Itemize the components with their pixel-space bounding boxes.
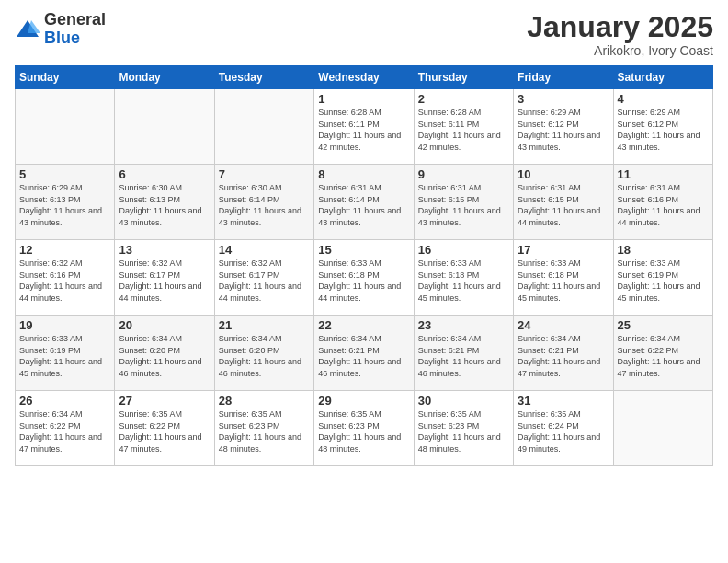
day-info: Sunrise: 6:35 AM Sunset: 6:23 PM Dayligh… bbox=[418, 408, 509, 454]
calendar-cell bbox=[214, 89, 313, 165]
day-info: Sunrise: 6:29 AM Sunset: 6:12 PM Dayligh… bbox=[618, 107, 709, 153]
day-info: Sunrise: 6:32 AM Sunset: 6:17 PM Dayligh… bbox=[219, 258, 310, 304]
day-info: Sunrise: 6:33 AM Sunset: 6:18 PM Dayligh… bbox=[418, 258, 509, 304]
calendar-cell: 22Sunrise: 6:34 AM Sunset: 6:21 PM Dayli… bbox=[314, 316, 414, 391]
calendar-cell bbox=[115, 89, 214, 165]
day-info: Sunrise: 6:34 AM Sunset: 6:22 PM Dayligh… bbox=[19, 408, 110, 454]
day-number: 28 bbox=[219, 394, 310, 408]
calendar-cell: 5Sunrise: 6:29 AM Sunset: 6:13 PM Daylig… bbox=[16, 165, 115, 240]
calendar-week-row: 5Sunrise: 6:29 AM Sunset: 6:13 PM Daylig… bbox=[16, 165, 713, 240]
day-number: 30 bbox=[418, 394, 509, 408]
calendar-cell: 19Sunrise: 6:33 AM Sunset: 6:19 PM Dayli… bbox=[16, 316, 115, 391]
day-info: Sunrise: 6:33 AM Sunset: 6:18 PM Dayligh… bbox=[518, 258, 609, 304]
day-info: Sunrise: 6:34 AM Sunset: 6:20 PM Dayligh… bbox=[119, 333, 210, 379]
day-info: Sunrise: 6:33 AM Sunset: 6:19 PM Dayligh… bbox=[19, 333, 110, 379]
day-info: Sunrise: 6:30 AM Sunset: 6:14 PM Dayligh… bbox=[219, 182, 310, 228]
calendar-cell: 6Sunrise: 6:30 AM Sunset: 6:13 PM Daylig… bbox=[115, 165, 214, 240]
calendar-cell: 2Sunrise: 6:28 AM Sunset: 6:11 PM Daylig… bbox=[414, 89, 513, 165]
calendar-cell: 25Sunrise: 6:34 AM Sunset: 6:22 PM Dayli… bbox=[613, 316, 712, 391]
day-number: 26 bbox=[19, 394, 110, 408]
calendar-cell bbox=[613, 391, 712, 466]
day-number: 8 bbox=[318, 167, 409, 181]
calendar-cell: 10Sunrise: 6:31 AM Sunset: 6:15 PM Dayli… bbox=[514, 165, 613, 240]
calendar-cell: 21Sunrise: 6:34 AM Sunset: 6:20 PM Dayli… bbox=[214, 316, 313, 391]
title-block: January 2025 Arikokro, Ivory Coast bbox=[527, 11, 713, 58]
calendar-cell: 1Sunrise: 6:28 AM Sunset: 6:11 PM Daylig… bbox=[314, 89, 414, 165]
day-number: 29 bbox=[318, 394, 409, 408]
day-info: Sunrise: 6:29 AM Sunset: 6:13 PM Dayligh… bbox=[19, 182, 110, 228]
calendar-cell: 8Sunrise: 6:31 AM Sunset: 6:14 PM Daylig… bbox=[314, 165, 414, 240]
day-number: 11 bbox=[618, 167, 709, 181]
logo-general-text: General bbox=[44, 10, 106, 29]
calendar-cell: 31Sunrise: 6:35 AM Sunset: 6:24 PM Dayli… bbox=[514, 391, 613, 466]
day-info: Sunrise: 6:32 AM Sunset: 6:16 PM Dayligh… bbox=[19, 258, 110, 304]
day-info: Sunrise: 6:35 AM Sunset: 6:23 PM Dayligh… bbox=[318, 408, 409, 454]
logo-icon bbox=[15, 17, 40, 42]
day-info: Sunrise: 6:29 AM Sunset: 6:12 PM Dayligh… bbox=[518, 107, 609, 153]
calendar-header-wednesday: Wednesday bbox=[314, 66, 414, 89]
day-info: Sunrise: 6:34 AM Sunset: 6:21 PM Dayligh… bbox=[318, 333, 409, 379]
calendar-week-row: 12Sunrise: 6:32 AM Sunset: 6:16 PM Dayli… bbox=[16, 240, 713, 316]
day-number: 10 bbox=[518, 167, 609, 181]
calendar-table: SundayMondayTuesdayWednesdayThursdayFrid… bbox=[15, 65, 713, 466]
location-subtitle: Arikokro, Ivory Coast bbox=[527, 43, 713, 58]
day-info: Sunrise: 6:31 AM Sunset: 6:16 PM Dayligh… bbox=[618, 182, 709, 228]
day-number: 27 bbox=[119, 394, 210, 408]
day-info: Sunrise: 6:28 AM Sunset: 6:11 PM Dayligh… bbox=[418, 107, 509, 153]
day-info: Sunrise: 6:35 AM Sunset: 6:23 PM Dayligh… bbox=[219, 408, 310, 454]
logo-blue-text: Blue bbox=[44, 29, 80, 47]
day-info: Sunrise: 6:33 AM Sunset: 6:19 PM Dayligh… bbox=[618, 258, 709, 304]
calendar-cell: 13Sunrise: 6:32 AM Sunset: 6:17 PM Dayli… bbox=[115, 240, 214, 316]
calendar-cell: 29Sunrise: 6:35 AM Sunset: 6:23 PM Dayli… bbox=[314, 391, 414, 466]
calendar-cell: 11Sunrise: 6:31 AM Sunset: 6:16 PM Dayli… bbox=[613, 165, 712, 240]
day-number: 17 bbox=[518, 243, 609, 257]
calendar-header-sunday: Sunday bbox=[16, 66, 115, 89]
day-info: Sunrise: 6:34 AM Sunset: 6:21 PM Dayligh… bbox=[518, 333, 609, 379]
calendar-cell: 9Sunrise: 6:31 AM Sunset: 6:15 PM Daylig… bbox=[414, 165, 513, 240]
month-title: January 2025 bbox=[527, 11, 713, 43]
calendar-cell: 23Sunrise: 6:34 AM Sunset: 6:21 PM Dayli… bbox=[414, 316, 513, 391]
calendar-cell bbox=[16, 89, 115, 165]
calendar-cell: 27Sunrise: 6:35 AM Sunset: 6:22 PM Dayli… bbox=[115, 391, 214, 466]
day-number: 15 bbox=[318, 243, 409, 257]
day-number: 1 bbox=[318, 92, 409, 106]
day-info: Sunrise: 6:32 AM Sunset: 6:17 PM Dayligh… bbox=[119, 258, 210, 304]
calendar-cell: 15Sunrise: 6:33 AM Sunset: 6:18 PM Dayli… bbox=[314, 240, 414, 316]
day-number: 22 bbox=[318, 318, 409, 332]
day-number: 25 bbox=[618, 318, 709, 332]
day-info: Sunrise: 6:30 AM Sunset: 6:13 PM Dayligh… bbox=[119, 182, 210, 228]
calendar-cell: 3Sunrise: 6:29 AM Sunset: 6:12 PM Daylig… bbox=[514, 89, 613, 165]
calendar-header-saturday: Saturday bbox=[613, 66, 712, 89]
calendar-cell: 30Sunrise: 6:35 AM Sunset: 6:23 PM Dayli… bbox=[414, 391, 513, 466]
day-info: Sunrise: 6:31 AM Sunset: 6:14 PM Dayligh… bbox=[318, 182, 409, 228]
calendar-cell: 18Sunrise: 6:33 AM Sunset: 6:19 PM Dayli… bbox=[613, 240, 712, 316]
day-number: 19 bbox=[19, 318, 110, 332]
calendar-header-thursday: Thursday bbox=[414, 66, 513, 89]
calendar-cell: 14Sunrise: 6:32 AM Sunset: 6:17 PM Dayli… bbox=[214, 240, 313, 316]
day-number: 18 bbox=[618, 243, 709, 257]
day-number: 6 bbox=[119, 167, 210, 181]
calendar-header-friday: Friday bbox=[514, 66, 613, 89]
calendar-cell: 12Sunrise: 6:32 AM Sunset: 6:16 PM Dayli… bbox=[16, 240, 115, 316]
day-number: 12 bbox=[19, 243, 110, 257]
calendar-cell: 26Sunrise: 6:34 AM Sunset: 6:22 PM Dayli… bbox=[16, 391, 115, 466]
day-info: Sunrise: 6:34 AM Sunset: 6:21 PM Dayligh… bbox=[418, 333, 509, 379]
day-number: 14 bbox=[219, 243, 310, 257]
day-info: Sunrise: 6:34 AM Sunset: 6:22 PM Dayligh… bbox=[618, 333, 709, 379]
day-info: Sunrise: 6:33 AM Sunset: 6:18 PM Dayligh… bbox=[318, 258, 409, 304]
day-number: 5 bbox=[19, 167, 110, 181]
calendar-cell: 4Sunrise: 6:29 AM Sunset: 6:12 PM Daylig… bbox=[613, 89, 712, 165]
day-number: 31 bbox=[518, 394, 609, 408]
calendar-cell: 20Sunrise: 6:34 AM Sunset: 6:20 PM Dayli… bbox=[115, 316, 214, 391]
day-info: Sunrise: 6:31 AM Sunset: 6:15 PM Dayligh… bbox=[518, 182, 609, 228]
calendar-week-row: 26Sunrise: 6:34 AM Sunset: 6:22 PM Dayli… bbox=[16, 391, 713, 466]
day-number: 4 bbox=[618, 92, 709, 106]
calendar-header-tuesday: Tuesday bbox=[214, 66, 313, 89]
day-number: 16 bbox=[418, 243, 509, 257]
day-number: 3 bbox=[518, 92, 609, 106]
day-number: 13 bbox=[119, 243, 210, 257]
calendar-week-row: 1Sunrise: 6:28 AM Sunset: 6:11 PM Daylig… bbox=[16, 89, 713, 165]
day-number: 23 bbox=[418, 318, 509, 332]
day-info: Sunrise: 6:31 AM Sunset: 6:15 PM Dayligh… bbox=[418, 182, 509, 228]
day-info: Sunrise: 6:35 AM Sunset: 6:22 PM Dayligh… bbox=[119, 408, 210, 454]
